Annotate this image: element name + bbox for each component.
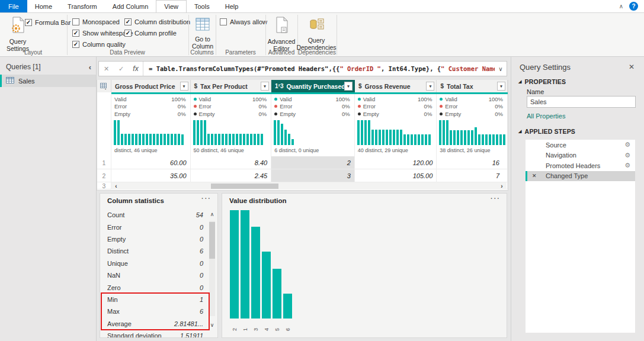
queries-collapse-icon[interactable]: ‹ xyxy=(89,63,91,72)
quality-line-valid: Valid100% xyxy=(111,95,190,103)
go-to-column-button[interactable]: Go to Column xyxy=(190,17,216,50)
stats-scrollbar-thumb[interactable] xyxy=(209,222,215,259)
applied-steps-section-header[interactable]: ◢ APPLIED STEPS xyxy=(518,128,575,135)
step-settings-gear-icon[interactable]: ⚙ xyxy=(624,162,630,169)
collapse-ribbon-icon[interactable]: ∧ xyxy=(619,3,623,9)
table-horizontal-scrollbar[interactable]: ‹ › xyxy=(111,182,507,189)
formula-cancel-icon[interactable]: ✕ xyxy=(99,62,114,76)
tab-transform[interactable]: Transform xyxy=(60,0,105,12)
histogram-bar xyxy=(239,134,242,145)
column-statistics-menu-icon[interactable]: ··· xyxy=(201,195,212,202)
applied-step-changed-type[interactable]: ✕Changed Type xyxy=(526,171,635,182)
histogram-bar xyxy=(139,134,141,145)
select-all-columns-icon[interactable] xyxy=(97,80,111,92)
checkbox-column-profile[interactable]: ✓Column profile xyxy=(124,30,177,37)
query-item-sales[interactable]: Sales xyxy=(0,75,96,87)
tab-view[interactable]: View xyxy=(156,0,187,12)
query-settings-panel: Query Settings ✕ ◢ PROPERTIES Name All P… xyxy=(511,57,644,341)
all-properties-link[interactable]: All Properties xyxy=(527,112,565,120)
column-filter-dropdown-icon[interactable]: ▾ xyxy=(180,82,188,91)
column-distribution-histogram xyxy=(355,118,437,145)
query-name-input[interactable] xyxy=(527,96,636,108)
show-whitespace-checkbox-box: ✓ xyxy=(72,30,79,37)
histogram-bar xyxy=(204,120,206,145)
tab-home[interactable]: Home xyxy=(27,0,60,12)
column-statistics-panel: Column statistics ··· Count54Error0Empty… xyxy=(100,193,218,338)
tab-add-column[interactable]: Add Column xyxy=(105,0,156,12)
query-dependencies-button[interactable]: Query Dependencies xyxy=(298,17,335,52)
checkbox-column-distribution[interactable]: ✓Column distribution xyxy=(124,18,190,25)
formula-input[interactable]: = Table.TransformColumnTypes(#"Promoted … xyxy=(143,62,495,76)
scroll-left-icon[interactable]: ‹ xyxy=(111,183,121,189)
table-cell[interactable]: 2.45 xyxy=(191,169,272,182)
row-number: 1 xyxy=(97,156,111,169)
table-icon xyxy=(6,77,14,85)
step-settings-gear-icon[interactable]: ⚙ xyxy=(624,152,630,159)
tab-file[interactable]: File xyxy=(0,0,27,12)
checkbox-column-quality[interactable]: ✓Column quality xyxy=(72,41,126,48)
checkbox-monospaced[interactable]: Monospaced xyxy=(72,18,120,25)
column-header-total-tax[interactable]: $Total Tax▾ xyxy=(437,80,508,92)
column-filter-dropdown-icon[interactable]: ▾ xyxy=(261,82,269,91)
applied-step-promoted-headers[interactable]: Promoted Headers⚙ xyxy=(526,160,635,171)
column-header-tax-per-product[interactable]: $Tax Per Product▾ xyxy=(191,80,271,92)
histogram-bar xyxy=(382,130,385,145)
table-cell[interactable]: 105.00 xyxy=(355,169,437,182)
histogram-bar xyxy=(117,120,120,145)
table-cell[interactable]: 120.00 xyxy=(355,156,437,169)
stats-scroll-up-icon[interactable]: ∧ xyxy=(209,211,216,217)
histogram-bar xyxy=(291,139,294,145)
tab-tools[interactable]: Tools xyxy=(187,0,217,12)
histogram-bar xyxy=(200,120,203,145)
table-cell[interactable]: 3 xyxy=(271,169,355,182)
error-dot-icon xyxy=(440,105,443,108)
column-header-gross-product-price[interactable]: Gross Product Price▾ xyxy=(111,80,191,92)
histogram-bar xyxy=(243,134,245,145)
properties-section-label: PROPERTIES xyxy=(525,78,566,85)
table-cell[interactable]: 7 xyxy=(437,169,508,182)
power-query-editor-window: File Home Transform Add Column View Tool… xyxy=(0,0,644,341)
help-icon[interactable]: ? xyxy=(629,2,638,11)
table-cell[interactable]: 16 xyxy=(437,156,508,169)
checkbox-always-allow[interactable]: Always allow xyxy=(220,18,267,25)
table-cell[interactable]: 8.40 xyxy=(191,156,272,169)
histogram-bar xyxy=(261,134,263,145)
column-filter-dropdown-icon[interactable]: ▾ xyxy=(497,82,505,91)
histogram-bar xyxy=(164,134,166,145)
delete-step-icon[interactable]: ✕ xyxy=(532,173,537,179)
column-header-gross-revenue[interactable]: $Gross Revenue▾ xyxy=(355,80,437,92)
formula-fx-icon[interactable]: fx xyxy=(129,62,143,76)
column-filter-dropdown-icon[interactable]: ▾ xyxy=(426,82,434,91)
properties-section-header[interactable]: ◢ PROPERTIES xyxy=(518,78,566,85)
histogram-bar xyxy=(135,134,137,145)
row-number: 3 xyxy=(97,182,111,189)
advanced-editor-button[interactable]: Advanced Editor xyxy=(267,17,296,53)
value-distribution-bar xyxy=(283,294,292,319)
scrollbar-thumb[interactable] xyxy=(211,184,278,189)
histogram-bar xyxy=(357,120,360,145)
table-cell[interactable]: 2 xyxy=(271,156,355,169)
formula-expand-icon[interactable]: ∨ xyxy=(495,62,507,76)
applied-step-source[interactable]: Source⚙ xyxy=(526,140,635,150)
formula-text-segment: " OrderID " xyxy=(339,65,381,72)
close-icon[interactable]: ✕ xyxy=(629,63,635,71)
applied-step-navigation[interactable]: Navigation⚙ xyxy=(526,150,635,161)
quality-line-error: Error0% xyxy=(271,103,354,111)
histogram-bar xyxy=(503,134,505,145)
histogram-bar xyxy=(193,120,196,145)
statistic-label: Standard deviation xyxy=(107,332,162,338)
table-cell[interactable]: 35.00 xyxy=(111,169,191,182)
value-distribution-label: 1 xyxy=(241,320,249,331)
checkbox-formula-bar[interactable]: ✓Formula Bar xyxy=(25,19,71,26)
column-header-quantity-purchased[interactable]: 1²3Quantity Purchased▾ xyxy=(271,80,355,92)
value-distribution-menu-icon[interactable]: ··· xyxy=(491,195,501,202)
collapse-triangle-icon: ◢ xyxy=(518,129,522,134)
step-settings-gear-icon[interactable]: ⚙ xyxy=(624,141,630,149)
column-filter-dropdown-icon[interactable]: ▾ xyxy=(344,82,353,91)
formula-accept-icon[interactable]: ✓ xyxy=(114,62,129,76)
table-cell[interactable]: 60.00 xyxy=(111,156,191,169)
histogram-bar xyxy=(174,134,177,145)
scroll-right-icon[interactable]: › xyxy=(497,183,507,189)
tab-help[interactable]: Help xyxy=(217,0,246,12)
empty-dot-icon xyxy=(440,112,443,115)
